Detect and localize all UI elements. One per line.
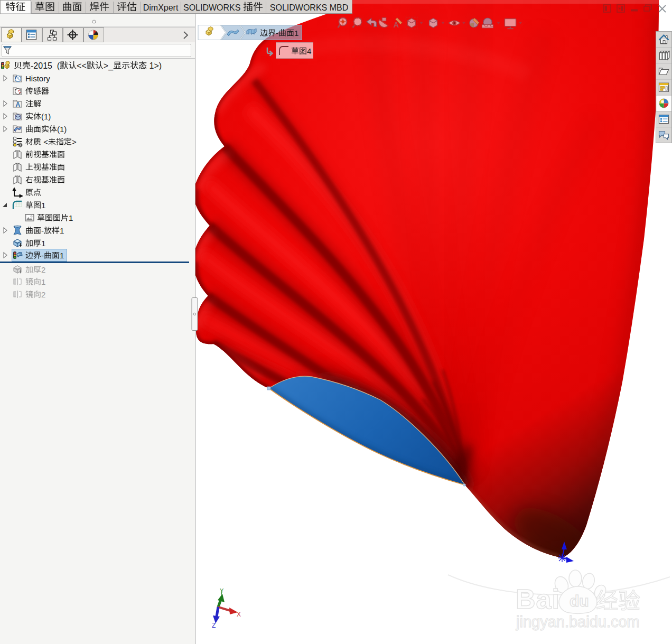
svg-text:<: < xyxy=(43,137,48,146)
svg-text:1: 1 xyxy=(60,251,64,260)
svg-text:SOLIDWORKS: SOLIDWORKS xyxy=(270,3,327,12)
svg-text:Bai: Bai xyxy=(516,584,560,614)
svg-text:>_: >_ xyxy=(104,61,114,71)
svg-text:(: ( xyxy=(57,61,60,70)
svg-text:DimXpert: DimXpert xyxy=(143,3,179,12)
svg-text:1: 1 xyxy=(294,29,298,38)
svg-text:-2015: -2015 xyxy=(31,61,52,70)
svg-text:1: 1 xyxy=(41,239,45,248)
svg-text:MBD: MBD xyxy=(330,3,349,12)
svg-text:X: X xyxy=(237,611,241,618)
svg-text:1: 1 xyxy=(69,213,73,222)
svg-text:(1): (1) xyxy=(41,112,51,121)
svg-text:1>): 1>) xyxy=(150,61,162,70)
svg-text:<<: << xyxy=(77,61,87,70)
svg-text:du: du xyxy=(570,592,589,610)
svg-text:Z: Z xyxy=(212,622,216,629)
svg-text:History: History xyxy=(25,74,50,83)
svg-text:A: A xyxy=(16,101,21,108)
svg-text:1: 1 xyxy=(41,201,45,210)
svg-text:>: > xyxy=(72,137,77,146)
svg-text:2: 2 xyxy=(41,290,45,299)
svg-text:Y: Y xyxy=(220,587,224,594)
svg-text:1: 1 xyxy=(41,277,45,286)
svg-text:2: 2 xyxy=(41,265,45,274)
svg-text:-: - xyxy=(276,29,278,38)
svg-text:(1): (1) xyxy=(57,125,67,134)
svg-text:SOLIDWORKS: SOLIDWORKS xyxy=(183,3,240,12)
svg-text:-: - xyxy=(41,251,44,260)
svg-text:1: 1 xyxy=(60,226,64,235)
svg-text:-: - xyxy=(41,226,44,235)
svg-text:jingyan.baidu.com: jingyan.baidu.com xyxy=(516,613,640,630)
svg-text:4: 4 xyxy=(307,46,311,55)
